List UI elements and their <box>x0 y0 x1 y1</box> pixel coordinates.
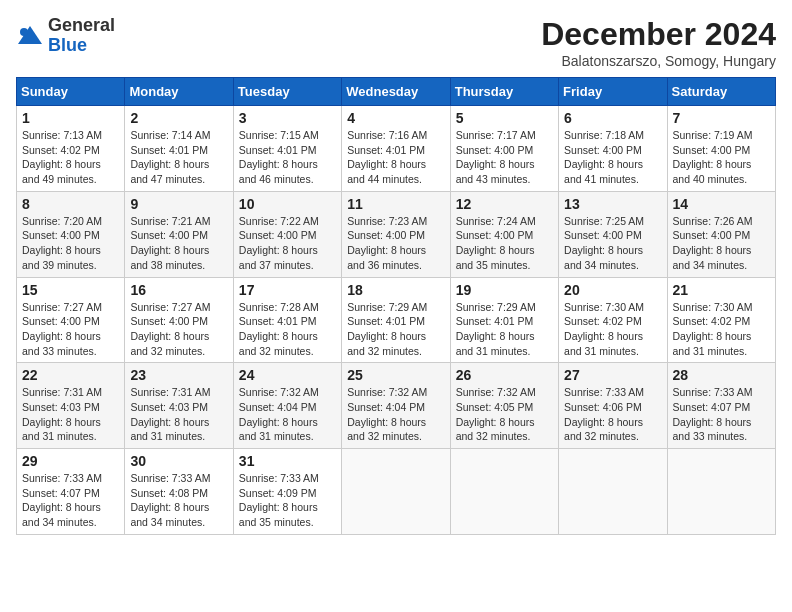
day-info: Sunrise: 7:33 AM Sunset: 4:08 PM Dayligh… <box>130 471 227 530</box>
table-row <box>559 449 667 535</box>
day-number: 16 <box>130 282 227 298</box>
table-row: 15 Sunrise: 7:27 AM Sunset: 4:00 PM Dayl… <box>17 277 125 363</box>
header-sunday: Sunday <box>17 78 125 106</box>
table-row: 28 Sunrise: 7:33 AM Sunset: 4:07 PM Dayl… <box>667 363 775 449</box>
table-row: 18 Sunrise: 7:29 AM Sunset: 4:01 PM Dayl… <box>342 277 450 363</box>
table-row: 17 Sunrise: 7:28 AM Sunset: 4:01 PM Dayl… <box>233 277 341 363</box>
day-number: 15 <box>22 282 119 298</box>
day-info: Sunrise: 7:27 AM Sunset: 4:00 PM Dayligh… <box>130 300 227 359</box>
day-info: Sunrise: 7:15 AM Sunset: 4:01 PM Dayligh… <box>239 128 336 187</box>
table-row: 10 Sunrise: 7:22 AM Sunset: 4:00 PM Dayl… <box>233 191 341 277</box>
day-number: 4 <box>347 110 444 126</box>
day-info: Sunrise: 7:29 AM Sunset: 4:01 PM Dayligh… <box>347 300 444 359</box>
table-row: 5 Sunrise: 7:17 AM Sunset: 4:00 PM Dayli… <box>450 106 558 192</box>
day-info: Sunrise: 7:32 AM Sunset: 4:04 PM Dayligh… <box>239 385 336 444</box>
title-area: December 2024 Balatonszarszo, Somogy, Hu… <box>541 16 776 69</box>
day-number: 22 <box>22 367 119 383</box>
day-number: 25 <box>347 367 444 383</box>
day-info: Sunrise: 7:28 AM Sunset: 4:01 PM Dayligh… <box>239 300 336 359</box>
day-info: Sunrise: 7:33 AM Sunset: 4:07 PM Dayligh… <box>22 471 119 530</box>
table-row: 19 Sunrise: 7:29 AM Sunset: 4:01 PM Dayl… <box>450 277 558 363</box>
table-row: 26 Sunrise: 7:32 AM Sunset: 4:05 PM Dayl… <box>450 363 558 449</box>
day-number: 12 <box>456 196 553 212</box>
table-row <box>667 449 775 535</box>
header-friday: Friday <box>559 78 667 106</box>
day-info: Sunrise: 7:13 AM Sunset: 4:02 PM Dayligh… <box>22 128 119 187</box>
calendar-week-row: 15 Sunrise: 7:27 AM Sunset: 4:00 PM Dayl… <box>17 277 776 363</box>
table-row: 8 Sunrise: 7:20 AM Sunset: 4:00 PM Dayli… <box>17 191 125 277</box>
table-row: 22 Sunrise: 7:31 AM Sunset: 4:03 PM Dayl… <box>17 363 125 449</box>
table-row <box>450 449 558 535</box>
table-row <box>342 449 450 535</box>
table-row: 25 Sunrise: 7:32 AM Sunset: 4:04 PM Dayl… <box>342 363 450 449</box>
day-info: Sunrise: 7:20 AM Sunset: 4:00 PM Dayligh… <box>22 214 119 273</box>
day-info: Sunrise: 7:33 AM Sunset: 4:09 PM Dayligh… <box>239 471 336 530</box>
logo-general-text: General <box>48 15 115 35</box>
table-row: 13 Sunrise: 7:25 AM Sunset: 4:00 PM Dayl… <box>559 191 667 277</box>
day-number: 18 <box>347 282 444 298</box>
day-number: 27 <box>564 367 661 383</box>
day-info: Sunrise: 7:19 AM Sunset: 4:00 PM Dayligh… <box>673 128 770 187</box>
table-row: 1 Sunrise: 7:13 AM Sunset: 4:02 PM Dayli… <box>17 106 125 192</box>
day-number: 30 <box>130 453 227 469</box>
calendar-table: Sunday Monday Tuesday Wednesday Thursday… <box>16 77 776 535</box>
day-info: Sunrise: 7:22 AM Sunset: 4:00 PM Dayligh… <box>239 214 336 273</box>
day-info: Sunrise: 7:33 AM Sunset: 4:06 PM Dayligh… <box>564 385 661 444</box>
day-info: Sunrise: 7:33 AM Sunset: 4:07 PM Dayligh… <box>673 385 770 444</box>
day-info: Sunrise: 7:32 AM Sunset: 4:05 PM Dayligh… <box>456 385 553 444</box>
day-number: 28 <box>673 367 770 383</box>
day-number: 26 <box>456 367 553 383</box>
day-info: Sunrise: 7:23 AM Sunset: 4:00 PM Dayligh… <box>347 214 444 273</box>
header-monday: Monday <box>125 78 233 106</box>
calendar-header-row: Sunday Monday Tuesday Wednesday Thursday… <box>17 78 776 106</box>
day-number: 11 <box>347 196 444 212</box>
day-number: 13 <box>564 196 661 212</box>
day-number: 19 <box>456 282 553 298</box>
day-number: 7 <box>673 110 770 126</box>
table-row: 27 Sunrise: 7:33 AM Sunset: 4:06 PM Dayl… <box>559 363 667 449</box>
table-row: 3 Sunrise: 7:15 AM Sunset: 4:01 PM Dayli… <box>233 106 341 192</box>
day-number: 3 <box>239 110 336 126</box>
calendar-week-row: 29 Sunrise: 7:33 AM Sunset: 4:07 PM Dayl… <box>17 449 776 535</box>
day-number: 21 <box>673 282 770 298</box>
table-row: 20 Sunrise: 7:30 AM Sunset: 4:02 PM Dayl… <box>559 277 667 363</box>
header-wednesday: Wednesday <box>342 78 450 106</box>
table-row: 30 Sunrise: 7:33 AM Sunset: 4:08 PM Dayl… <box>125 449 233 535</box>
day-number: 2 <box>130 110 227 126</box>
day-number: 24 <box>239 367 336 383</box>
day-number: 5 <box>456 110 553 126</box>
day-info: Sunrise: 7:14 AM Sunset: 4:01 PM Dayligh… <box>130 128 227 187</box>
table-row: 2 Sunrise: 7:14 AM Sunset: 4:01 PM Dayli… <box>125 106 233 192</box>
day-info: Sunrise: 7:30 AM Sunset: 4:02 PM Dayligh… <box>673 300 770 359</box>
day-info: Sunrise: 7:24 AM Sunset: 4:00 PM Dayligh… <box>456 214 553 273</box>
day-number: 8 <box>22 196 119 212</box>
table-row: 11 Sunrise: 7:23 AM Sunset: 4:00 PM Dayl… <box>342 191 450 277</box>
day-info: Sunrise: 7:29 AM Sunset: 4:01 PM Dayligh… <box>456 300 553 359</box>
page-title: December 2024 <box>541 16 776 53</box>
table-row: 9 Sunrise: 7:21 AM Sunset: 4:00 PM Dayli… <box>125 191 233 277</box>
day-number: 9 <box>130 196 227 212</box>
day-info: Sunrise: 7:31 AM Sunset: 4:03 PM Dayligh… <box>130 385 227 444</box>
header-thursday: Thursday <box>450 78 558 106</box>
day-number: 6 <box>564 110 661 126</box>
day-info: Sunrise: 7:27 AM Sunset: 4:00 PM Dayligh… <box>22 300 119 359</box>
table-row: 24 Sunrise: 7:32 AM Sunset: 4:04 PM Dayl… <box>233 363 341 449</box>
logo: General Blue <box>16 16 115 56</box>
day-number: 29 <box>22 453 119 469</box>
day-info: Sunrise: 7:17 AM Sunset: 4:00 PM Dayligh… <box>456 128 553 187</box>
table-row: 16 Sunrise: 7:27 AM Sunset: 4:00 PM Dayl… <box>125 277 233 363</box>
header-saturday: Saturday <box>667 78 775 106</box>
day-info: Sunrise: 7:25 AM Sunset: 4:00 PM Dayligh… <box>564 214 661 273</box>
day-number: 17 <box>239 282 336 298</box>
page-subtitle: Balatonszarszo, Somogy, Hungary <box>541 53 776 69</box>
day-number: 20 <box>564 282 661 298</box>
day-number: 10 <box>239 196 336 212</box>
table-row: 29 Sunrise: 7:33 AM Sunset: 4:07 PM Dayl… <box>17 449 125 535</box>
day-number: 31 <box>239 453 336 469</box>
day-number: 1 <box>22 110 119 126</box>
header: General Blue December 2024 Balatonszarsz… <box>16 16 776 69</box>
svg-point-2 <box>20 28 28 36</box>
calendar-week-row: 8 Sunrise: 7:20 AM Sunset: 4:00 PM Dayli… <box>17 191 776 277</box>
day-number: 23 <box>130 367 227 383</box>
calendar-week-row: 22 Sunrise: 7:31 AM Sunset: 4:03 PM Dayl… <box>17 363 776 449</box>
